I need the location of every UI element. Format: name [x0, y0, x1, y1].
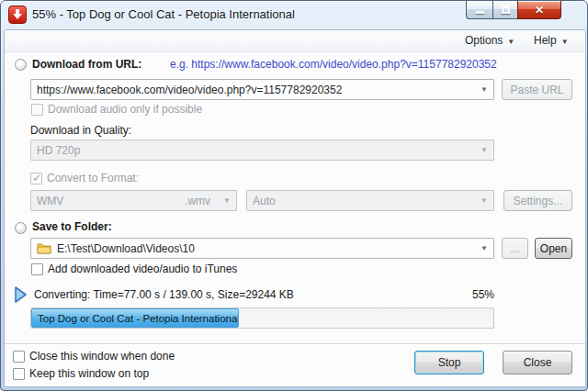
- chevron-down-icon: ▼: [475, 146, 488, 154]
- chevron-down-icon: ▼: [218, 196, 231, 205]
- keep-on-top-checkbox[interactable]: [13, 368, 25, 380]
- encoder-combobox[interactable]: Auto ▼: [246, 190, 494, 211]
- chevron-down-icon: ▼: [475, 85, 488, 94]
- browse-folder-label: ...: [510, 242, 519, 255]
- progress-bar-fill: Top Dog or Cool Cat - Petopia Internatio…: [31, 308, 239, 328]
- encoder-value: Auto: [253, 195, 276, 207]
- download-from-url-radio[interactable]: [15, 59, 27, 71]
- download-from-url-label: Download from URL:: [32, 58, 141, 71]
- play-icon: [14, 286, 28, 303]
- titlebar: 55% - Top Dog or Cool Cat - Petopia Inte…: [1, 1, 587, 28]
- minimize-icon: [476, 11, 484, 14]
- app-window: 55% - Top Dog or Cool Cat - Petopia Inte…: [0, 0, 588, 391]
- app-icon: [8, 6, 27, 24]
- menu-help-label: Help: [534, 34, 557, 47]
- progress-percent: 55%: [442, 288, 494, 301]
- chevron-down-icon: ▼: [561, 38, 569, 46]
- quality-value: HD 720p: [37, 144, 80, 157]
- chevron-down-icon: ▼: [475, 196, 488, 205]
- menu-help[interactable]: Help▼: [534, 34, 569, 47]
- folder-icon: [37, 242, 51, 254]
- stop-button[interactable]: Stop: [414, 351, 484, 374]
- example-url-text: e.g. https://www.facebook.com/video/vide…: [170, 58, 497, 71]
- download-arrow-icon: [12, 9, 23, 20]
- maximize-button[interactable]: [492, 1, 517, 19]
- footer-divider: [5, 343, 585, 345]
- menu-options-label: Options: [465, 34, 503, 47]
- url-value: https://www.facebook.com/video/video.php…: [37, 84, 342, 96]
- quality-label: Download in Quality:: [30, 124, 131, 137]
- close-label: Close: [524, 356, 552, 369]
- add-to-itunes-checkbox[interactable]: [31, 263, 43, 275]
- converting-status-text: Converting: Time=77.00 s / 139.00 s, Siz…: [34, 288, 294, 301]
- audio-only-checkbox[interactable]: [31, 104, 43, 116]
- window-title: 55% - Top Dog or Cool Cat - Petopia Inte…: [32, 7, 295, 21]
- paste-url-button[interactable]: Paste URL: [502, 79, 572, 100]
- format-combobox[interactable]: WMV .wmv ▼: [30, 190, 237, 211]
- progress-bar: Top Dog or Cool Cat - Petopia Internatio…: [30, 307, 494, 329]
- close-button[interactable]: Close: [503, 351, 572, 374]
- folder-combobox[interactable]: E:\Test\Download\Videos\10 ▼: [30, 238, 494, 259]
- audio-only-label: Download audio only if possible: [48, 103, 202, 116]
- close-icon: ✕: [535, 5, 544, 16]
- save-to-folder-radio[interactable]: [15, 222, 27, 234]
- settings-button[interactable]: Settings...: [503, 190, 572, 211]
- close-when-done-label: Close this window when done: [29, 350, 175, 363]
- url-combobox[interactable]: https://www.facebook.com/video/video.php…: [30, 79, 494, 100]
- add-to-itunes-label: Add downloaded video/audio to iTunes: [48, 263, 237, 275]
- close-window-button[interactable]: ✕: [517, 1, 561, 19]
- format-extension: .wmv: [185, 195, 218, 207]
- close-when-done-checkbox[interactable]: [13, 351, 25, 363]
- settings-label: Settings...: [514, 195, 562, 207]
- convert-to-format-checkbox[interactable]: [30, 173, 42, 184]
- stop-label: Stop: [438, 356, 461, 369]
- paste-url-label: Paste URL: [510, 84, 563, 96]
- open-folder-label: Open: [540, 242, 567, 255]
- chevron-down-icon: ▼: [507, 38, 514, 46]
- progress-file-name: Top Dog or Cool Cat - Petopia Internatio…: [38, 313, 239, 324]
- minimize-button[interactable]: [466, 1, 492, 19]
- folder-path-value: E:\Test\Download\Videos\10: [57, 242, 195, 255]
- maximize-icon: [502, 6, 510, 14]
- browse-folder-button[interactable]: ...: [502, 238, 528, 259]
- save-to-folder-label: Save to Folder:: [32, 220, 112, 233]
- open-folder-button[interactable]: Open: [535, 238, 572, 259]
- keep-on-top-label: Keep this window on top: [29, 367, 149, 380]
- convert-to-format-label: Convert to Format:: [47, 172, 139, 184]
- quality-combobox[interactable]: HD 720p ▼: [30, 140, 494, 161]
- format-value: WMV: [37, 195, 63, 207]
- chevron-down-icon: ▼: [475, 244, 488, 252]
- menu-options[interactable]: Options▼: [465, 34, 514, 47]
